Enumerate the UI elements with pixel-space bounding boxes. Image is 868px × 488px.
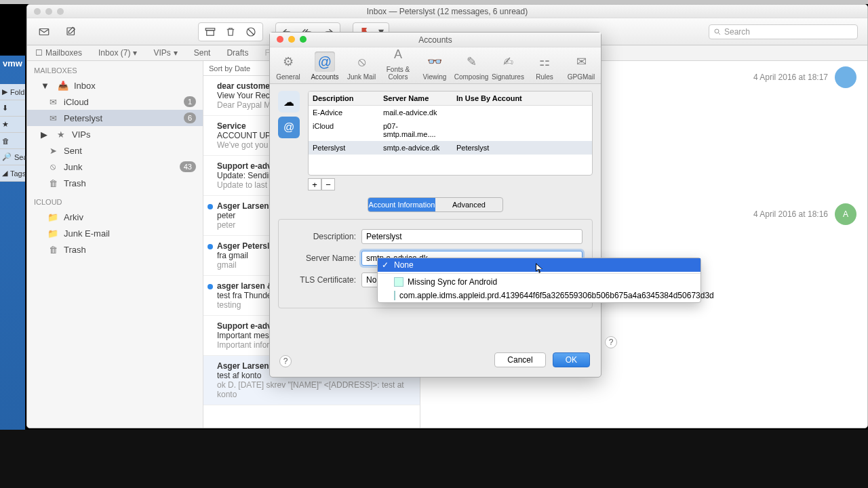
svg-rect-0 [39, 28, 49, 35]
vm-tags-icon: ◢ Tags [0, 165, 25, 182]
lbl-tls: TLS Certificate: [288, 275, 356, 285]
folder-icon: 📁 [47, 228, 58, 239]
fav-mailboxes[interactable]: ☐ Mailboxes [27, 45, 90, 60]
prefs-tab-junk-mail[interactable]: ⦸Junk Mail [343, 52, 380, 83]
sidebar-header: Mailboxes [27, 64, 203, 77]
compose-icon[interactable] [64, 24, 79, 39]
sidebar-peterslyst[interactable]: ✉︎Peterslyst6 [27, 110, 203, 126]
prefs-tab-composing[interactable]: ✎Composing [453, 52, 490, 83]
vm-trash-icon: 🗑 [0, 133, 25, 149]
fav-drafts[interactable]: Drafts [218, 45, 256, 60]
prefs-tab-rules[interactable]: ⚏Rules [526, 52, 563, 83]
sidebar-inbox[interactable]: ▼📥Inbox [27, 77, 203, 94]
viewing-icon: 👓 [425, 52, 445, 72]
search-placeholder: Search [724, 27, 750, 37]
envelope-icon: ✉︎ [47, 113, 58, 123]
msg-timestamp: 4 April 2016 at 18:17 [753, 73, 828, 82]
col-inuse[interactable]: In Use By Account [452, 92, 561, 105]
prefs-tab-accounts[interactable]: @Accounts [307, 52, 343, 83]
cert-icon [394, 291, 395, 300]
composing-icon: ✎ [461, 52, 481, 72]
window-traffic-lights[interactable] [277, 36, 307, 43]
server-row[interactable]: Peterslystsmtp.e-advice.dkPeterslyst [309, 141, 592, 155]
unread-dot-icon [208, 244, 213, 249]
cancel-button[interactable]: Cancel [494, 352, 545, 367]
svg-point-5 [715, 29, 719, 33]
archive-icon[interactable] [203, 24, 218, 39]
fonts-colors-icon: A [388, 44, 408, 64]
tls-option-appleid[interactable]: com.apple.idms.appleid.prd.4139644f6f5a3… [378, 289, 701, 302]
rules-icon: ⚏ [534, 52, 555, 72]
vmware-dock: ▶ Fold ⬇ ★ 🗑 🔎 Sea ◢ Tags [0, 84, 25, 182]
cert-icon [394, 277, 403, 287]
star-icon: ★ [56, 129, 66, 140]
sidebar-arkiv[interactable]: 📁Arkiv [27, 209, 203, 225]
smtp-server-table[interactable]: Description Server Name In Use By Accoun… [308, 91, 593, 176]
sidebar-junkemail[interactable]: 📁Junk E-mail [27, 225, 203, 241]
tab-advanced[interactable]: Advanced [435, 198, 502, 211]
server-row[interactable]: iCloudp07-smtp.mail.me.... [309, 119, 592, 141]
ok-button[interactable]: OK [553, 352, 590, 367]
prefs-tab-fonts-colors[interactable]: AFonts & Colors [380, 44, 416, 83]
add-server-button[interactable]: + [308, 178, 321, 190]
video-player-bar[interactable] [0, 430, 868, 488]
paperplane-icon: ➤ [47, 145, 58, 156]
get-mail-icon[interactable] [37, 24, 52, 39]
col-servername[interactable]: Server Name [379, 92, 452, 105]
col-description[interactable]: Description [309, 92, 379, 105]
vm-star-icon: ★ [0, 117, 25, 133]
server-row[interactable]: E-Advicemail.e-advice.dk [309, 106, 592, 119]
fav-inbox[interactable]: Inbox (7) ▾ [90, 45, 145, 60]
sidebar-trash2[interactable]: 🗑Trash [27, 241, 203, 258]
prefs-tab-gpgmail[interactable]: ✉︎GPGMail [563, 52, 599, 83]
description-field[interactable] [361, 229, 583, 244]
fav-sent[interactable]: Sent [186, 45, 219, 60]
sidebar-trash[interactable]: 🗑Trash [27, 175, 203, 191]
lbl-servername: Server Name: [288, 253, 356, 263]
vm-search-icon: 🔎 Sea [0, 149, 25, 165]
cloud-icon[interactable]: ☁︎ [278, 91, 300, 113]
tab-account-info[interactable]: Account Information [368, 198, 435, 211]
junk-icon: ⦸ [47, 161, 58, 172]
at-icon[interactable]: @ [278, 117, 300, 138]
sidebar-vips[interactable]: ▶★VIPs [27, 126, 203, 142]
sidebar-icloud-header: iCloud [27, 195, 203, 209]
tls-option-missing-sync[interactable]: Missing Sync for Android [378, 275, 701, 289]
badge: 43 [180, 161, 196, 172]
mailbox-sidebar: Mailboxes ▼📥Inbox ✉︎iCloud1 ✉︎Peterslyst… [27, 61, 203, 428]
gpgmail-icon: ✉︎ [571, 52, 591, 72]
window-title: Inbox — Peterslyst (12 messages, 6 unrea… [367, 7, 528, 16]
signatures-icon: ✍︎ [498, 52, 518, 72]
folder-icon: 📁 [47, 211, 58, 222]
help-icon[interactable]: ? [279, 355, 292, 367]
prefs-toolbar: ⚙︎General@Accounts⦸Junk MailAFonts & Col… [270, 47, 601, 84]
account-type-sidebar: ☁︎ @ [278, 91, 302, 190]
avatar [835, 66, 856, 88]
prefs-tab-signatures[interactable]: ✍︎Signatures [490, 52, 526, 83]
vm-fold-icon: ▶ Fold [0, 84, 25, 100]
prefs-tab-general[interactable]: ⚙︎General [270, 52, 307, 83]
window-titlebar: Inbox — Peterslyst (12 messages, 6 unrea… [27, 5, 867, 18]
trash-icon: 🗑 [47, 244, 58, 255]
sheet-help-icon[interactable]: ? [605, 336, 617, 348]
sidebar-icloud[interactable]: ✉︎iCloud1 [27, 94, 203, 110]
accounts-icon: @ [315, 52, 335, 72]
prefs-tab-viewing[interactable]: 👓Viewing [416, 52, 453, 83]
delete-icon[interactable] [223, 24, 238, 39]
account-subtabs[interactable]: Account Information Advanced [368, 197, 503, 212]
remove-server-button[interactable]: − [321, 178, 335, 190]
accounts-prefs-window: Accounts ⚙︎General@Accounts⦸Junk MailAFo… [269, 32, 601, 378]
badge: 1 [184, 96, 196, 107]
search-input[interactable]: Search [709, 24, 858, 39]
junk-mail-icon: ⦸ [351, 52, 372, 72]
sidebar-junk[interactable]: ⦸Junk43 [27, 159, 203, 175]
fav-vips[interactable]: VIPs ▾ [145, 45, 185, 60]
trash-icon: 🗑 [47, 178, 58, 188]
avatar: A [835, 203, 856, 225]
sidebar-sent[interactable]: ➤Sent [27, 142, 203, 159]
unread-dot-icon [208, 284, 213, 289]
junk-icon[interactable] [243, 24, 258, 39]
window-traffic-lights[interactable] [34, 8, 64, 15]
msg-timestamp: 4 April 2016 at 18:16 [753, 209, 828, 219]
inbox-icon: 📥 [58, 80, 68, 91]
